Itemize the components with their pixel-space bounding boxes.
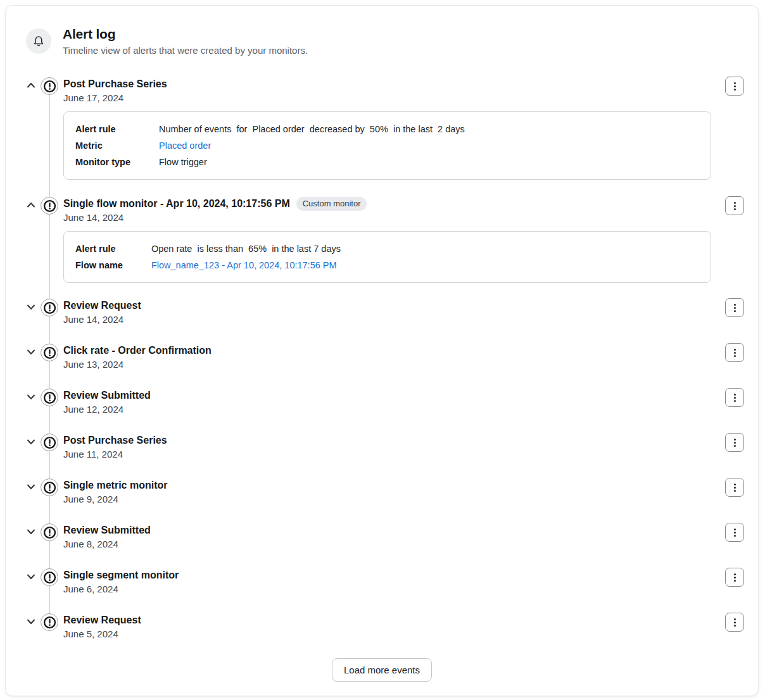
entry-date: June 12, 2024 [63,403,718,416]
kebab-menu-button[interactable] [725,77,744,96]
bell-icon [26,28,51,54]
alert-entry: Post Purchase Series June 11, 2024 [6,433,758,461]
kebab-menu-button[interactable] [725,478,744,497]
alert-entry: Review Submitted June 8, 2024 [6,523,758,551]
alert-exclamation-icon [41,568,58,586]
entry-date: June 6, 2024 [63,583,718,596]
alert-entry: Review Submitted June 12, 2024 [6,388,758,416]
entry-title: Review Request [63,613,141,628]
chevron-down-icon[interactable] [25,526,37,537]
alert-exclamation-icon [41,523,58,541]
monitor-type-value: Flow trigger [159,154,465,170]
alert-entry: Single flow monitor - Apr 10, 2024, 10:1… [6,196,758,283]
kebab-menu-button[interactable] [725,343,744,362]
load-more-container: Load more events [6,658,758,682]
custom-monitor-badge: Custom monitor [296,197,367,211]
chevron-down-icon[interactable] [25,436,37,447]
header-text: Alert log Timeline view of alerts that w… [63,27,308,56]
entry-date: June 17, 2024 [63,92,718,104]
alert-detail-card: Alert rule Number of events for Placed o… [63,111,711,180]
alert-entry: Post Purchase Series June 17, 2024 Alert… [6,77,758,180]
detail-row: Flow name Flow_name_123 - Apr 10, 2024, … [75,257,341,273]
alert-exclamation-icon [41,478,58,496]
detail-row: Alert rule Number of events for Placed o… [75,121,465,137]
chevron-down-icon[interactable] [25,481,37,492]
chevron-down-icon[interactable] [25,346,37,358]
entry-content: Review Request June 5, 2024 [63,613,718,641]
detail-label: Alert rule [75,241,151,257]
alert-exclamation-icon [41,344,58,361]
kebab-menu-button[interactable] [725,388,744,407]
detail-label: Alert rule [75,121,159,137]
detail-label: Metric [75,137,159,154]
kebab-menu-button[interactable] [725,433,744,452]
alert-exclamation-icon [41,389,58,406]
entry-title: Review Submitted [63,388,151,403]
alert-exclamation-icon [41,434,58,451]
entry-title: Post Purchase Series [63,433,167,448]
alert-rule-value: Number of events for Placed order decrea… [159,121,465,137]
alert-rule-value: Open rate is less than 65% in the last 7… [151,241,341,257]
alert-entry: Single segment monitor June 6, 2024 [6,568,758,596]
chevron-up-icon[interactable] [25,80,37,91]
kebab-menu-button[interactable] [725,568,744,587]
entry-title: Click rate - Order Confirmation [63,343,212,358]
alert-exclamation-icon [41,299,58,316]
entry-content: Post Purchase Series June 17, 2024 Alert… [63,77,718,180]
chevron-down-icon[interactable] [25,301,37,313]
alert-entry: Review Request June 14, 2024 [6,298,758,326]
alert-log-header: Alert log Timeline view of alerts that w… [6,27,758,56]
alert-exclamation-icon [41,613,58,631]
entry-date: June 5, 2024 [63,628,718,641]
entry-date: June 8, 2024 [63,538,718,551]
flow-name-link[interactable]: Flow_name_123 - Apr 10, 2024, 10:17:56 P… [151,260,337,270]
entry-title: Single metric monitor [63,478,167,493]
detail-row: Alert rule Open rate is less than 65% in… [75,241,341,257]
page-subtitle: Timeline view of alerts that were create… [63,45,308,56]
alert-exclamation-icon [41,197,58,215]
detail-label: Monitor type [75,154,159,170]
kebab-menu-button[interactable] [725,523,744,542]
alert-detail-card: Alert rule Open rate is less than 65% in… [63,231,711,283]
entry-date: June 14, 2024 [63,313,718,326]
entry-date: June 9, 2024 [63,493,718,506]
metric-link[interactable]: Placed order [159,141,211,151]
kebab-menu-button[interactable] [725,298,744,317]
entry-content: Review Request June 14, 2024 [63,298,718,326]
alert-timeline: Post Purchase Series June 17, 2024 Alert… [6,77,758,641]
load-more-events-button[interactable]: Load more events [332,658,432,682]
page-title: Alert log [63,27,308,42]
alert-entry: Click rate - Order Confirmation June 13,… [6,343,758,371]
entry-date: June 14, 2024 [63,211,718,224]
entry-title: Single segment monitor [63,568,179,583]
detail-row: Metric Placed order [75,137,465,154]
entry-content: Click rate - Order Confirmation June 13,… [63,343,718,371]
entry-content: Review Submitted June 8, 2024 [63,523,718,551]
detail-label: Flow name [75,257,151,273]
chevron-up-icon[interactable] [25,199,37,211]
entry-title: Review Submitted [63,523,151,538]
entry-content: Single metric monitor June 9, 2024 [63,478,718,506]
alert-log-card: Alert log Timeline view of alerts that w… [5,5,759,696]
alert-entry: Single metric monitor June 9, 2024 [6,478,758,506]
chevron-down-icon[interactable] [25,571,37,582]
entry-date: June 13, 2024 [63,358,718,371]
chevron-down-icon[interactable] [25,616,37,627]
chevron-down-icon[interactable] [25,391,37,403]
entry-content: Post Purchase Series June 11, 2024 [63,433,718,461]
entry-title: Review Request [63,298,141,313]
entry-content: Single segment monitor June 6, 2024 [63,568,718,596]
entry-title: Single flow monitor - Apr 10, 2024, 10:1… [63,196,290,211]
entry-content: Review Submitted June 12, 2024 [63,388,718,416]
kebab-menu-button[interactable] [725,613,744,632]
alert-entry: Review Request June 5, 2024 [6,613,758,641]
entry-title: Post Purchase Series [63,77,167,92]
entry-content: Single flow monitor - Apr 10, 2024, 10:1… [63,196,718,283]
kebab-menu-button[interactable] [725,196,744,215]
entry-date: June 11, 2024 [63,448,718,461]
alert-exclamation-icon [41,77,58,95]
detail-row: Monitor type Flow trigger [75,154,465,170]
